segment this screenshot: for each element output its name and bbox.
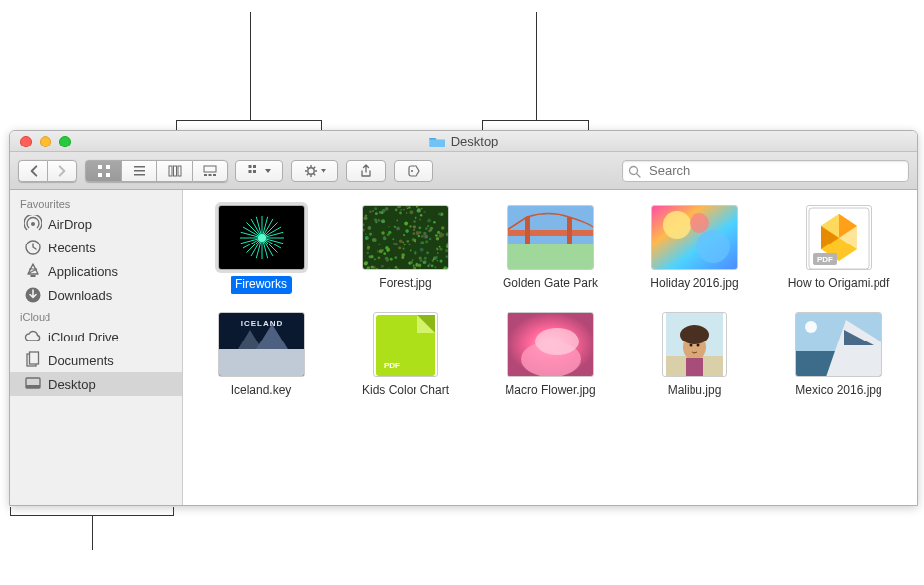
file-item[interactable]: Holiday 2016.jpg bbox=[626, 205, 763, 294]
svg-point-175 bbox=[367, 246, 370, 249]
minimize-button[interactable] bbox=[40, 136, 51, 147]
svg-rect-27 bbox=[30, 352, 39, 364]
chevron-down-icon bbox=[321, 169, 326, 173]
file-item[interactable]: Mexico 2016.jpg bbox=[771, 312, 907, 399]
svg-point-60 bbox=[399, 240, 402, 243]
svg-point-149 bbox=[402, 242, 404, 244]
file-item[interactable]: Golden Gate Park bbox=[482, 205, 618, 294]
maximize-button[interactable] bbox=[59, 136, 71, 147]
sidebar-item-downloads[interactable]: Downloads bbox=[10, 283, 182, 307]
svg-point-246 bbox=[690, 213, 709, 233]
svg-point-104 bbox=[381, 231, 385, 235]
svg-point-82 bbox=[402, 248, 404, 250]
file-item[interactable]: Macro Flower.jpg bbox=[482, 312, 618, 399]
file-item[interactable]: ICELANDIceland.key bbox=[193, 312, 329, 399]
file-item[interactable]: Fireworks bbox=[193, 205, 329, 294]
sidebar-section-header: iCloud bbox=[10, 307, 182, 325]
file-thumbnail[interactable] bbox=[507, 205, 594, 270]
file-label[interactable]: Malibu.jpg bbox=[668, 383, 722, 399]
svg-point-187 bbox=[409, 210, 413, 214]
action-button[interactable] bbox=[291, 160, 338, 182]
svg-point-135 bbox=[441, 226, 445, 230]
file-thumbnail[interactable]: PDF bbox=[806, 205, 872, 270]
file-thumbnail[interactable]: ICELAND bbox=[218, 312, 305, 377]
file-item[interactable]: PDFKids Color Chart bbox=[337, 312, 474, 399]
svg-point-196 bbox=[436, 237, 439, 240]
svg-point-65 bbox=[404, 244, 406, 245]
gallery-view-button[interactable] bbox=[192, 160, 228, 182]
sidebar-item-desktop[interactable]: Desktop bbox=[10, 372, 182, 396]
close-button[interactable] bbox=[20, 136, 32, 147]
back-button[interactable] bbox=[18, 160, 47, 182]
file-thumbnail[interactable]: PDF bbox=[373, 312, 438, 377]
file-label[interactable]: Iceland.key bbox=[231, 383, 292, 399]
svg-point-109 bbox=[424, 257, 427, 260]
file-thumbnail[interactable] bbox=[218, 205, 305, 270]
svg-point-165 bbox=[439, 246, 441, 248]
svg-point-69 bbox=[374, 259, 376, 261]
svg-rect-240 bbox=[508, 230, 593, 236]
svg-point-132 bbox=[365, 236, 369, 240]
sidebar-item-recents[interactable]: Recents bbox=[10, 236, 182, 259]
svg-point-91 bbox=[413, 229, 415, 231]
svg-point-176 bbox=[379, 211, 382, 214]
svg-point-172 bbox=[364, 262, 368, 266]
file-label[interactable]: Kids Color Chart bbox=[362, 383, 449, 399]
svg-point-62 bbox=[425, 240, 428, 243]
file-item[interactable]: Malibu.jpg bbox=[626, 312, 763, 399]
sidebar-item-icloud-drive[interactable]: iCloud Drive bbox=[10, 325, 182, 348]
file-item[interactable]: Forest.jpg bbox=[337, 205, 474, 294]
sidebar-item-label: Applications bbox=[48, 264, 118, 279]
svg-point-221 bbox=[390, 258, 393, 261]
file-thumbnail[interactable] bbox=[662, 312, 727, 377]
file-thumbnail[interactable] bbox=[795, 312, 882, 377]
svg-point-106 bbox=[395, 243, 398, 245]
svg-point-226 bbox=[400, 209, 402, 211]
svg-rect-13 bbox=[213, 174, 216, 176]
svg-point-211 bbox=[367, 226, 371, 230]
file-item[interactable]: PDFHow to Origami.pdf bbox=[771, 205, 907, 294]
share-button[interactable] bbox=[346, 160, 386, 182]
svg-rect-10 bbox=[204, 166, 216, 172]
file-label[interactable]: Fireworks bbox=[231, 276, 292, 294]
sidebar-item-label: iCloud Drive bbox=[48, 330, 119, 344]
file-label[interactable]: Holiday 2016.jpg bbox=[650, 276, 738, 292]
file-label[interactable]: Mexico 2016.jpg bbox=[795, 383, 881, 399]
sidebar-item-label: Downloads bbox=[48, 288, 112, 303]
file-label[interactable]: Golden Gate Park bbox=[503, 276, 598, 292]
documents-icon bbox=[24, 351, 42, 369]
svg-point-227 bbox=[385, 246, 388, 249]
file-thumbnail[interactable] bbox=[362, 205, 449, 270]
svg-point-102 bbox=[372, 210, 374, 212]
column-view-button[interactable] bbox=[156, 160, 192, 182]
callout-line bbox=[92, 516, 93, 550]
svg-point-181 bbox=[439, 247, 442, 250]
svg-point-77 bbox=[427, 225, 429, 227]
file-thumbnail[interactable] bbox=[651, 205, 738, 270]
file-label[interactable]: How to Origami.pdf bbox=[788, 276, 890, 292]
sidebar-item-applications[interactable]: Applications bbox=[10, 259, 182, 283]
sidebar-item-airdrop[interactable]: AirDrop bbox=[10, 212, 182, 236]
icon-view-button[interactable] bbox=[85, 160, 121, 182]
file-label[interactable]: Macro Flower.jpg bbox=[505, 383, 595, 399]
folder-icon bbox=[429, 136, 445, 147]
content-area[interactable]: FireworksForest.jpgGolden Gate ParkHolid… bbox=[183, 190, 917, 505]
list-view-button[interactable] bbox=[121, 160, 156, 182]
svg-point-139 bbox=[381, 219, 385, 223]
svg-point-245 bbox=[696, 230, 730, 263]
svg-point-148 bbox=[430, 229, 433, 232]
titlebar[interactable]: Desktop bbox=[10, 131, 917, 152]
file-thumbnail[interactable] bbox=[507, 312, 594, 377]
svg-point-210 bbox=[396, 220, 398, 222]
svg-point-19 bbox=[411, 170, 413, 172]
svg-point-121 bbox=[396, 227, 400, 231]
tags-button[interactable] bbox=[394, 160, 433, 182]
arrange-button[interactable] bbox=[235, 160, 283, 182]
icloud-icon bbox=[24, 328, 42, 345]
file-label[interactable]: Forest.jpg bbox=[379, 276, 431, 292]
search-input[interactable] bbox=[622, 160, 909, 182]
forward-button[interactable] bbox=[47, 160, 77, 182]
svg-point-97 bbox=[377, 219, 380, 222]
svg-rect-11 bbox=[204, 174, 207, 176]
sidebar-item-documents[interactable]: Documents bbox=[10, 348, 182, 372]
